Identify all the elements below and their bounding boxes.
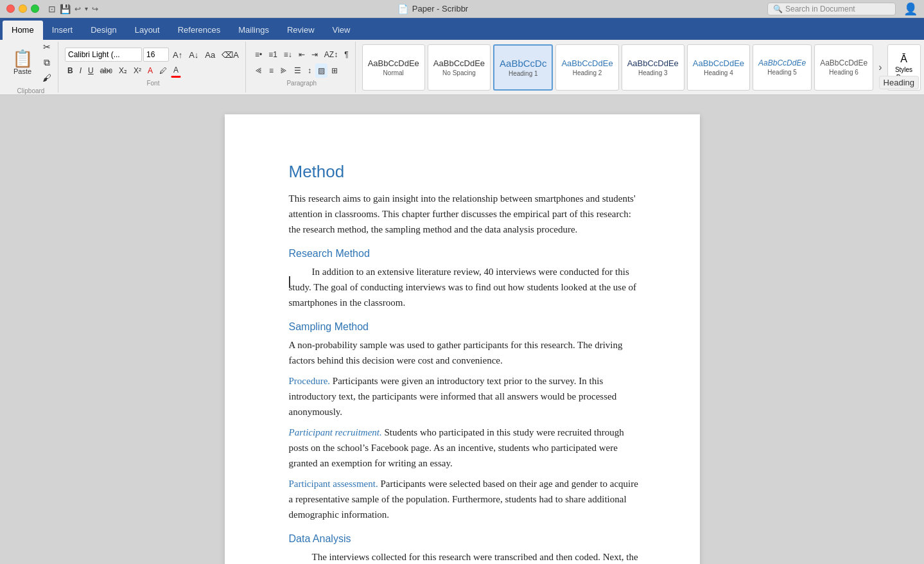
- style-heading5-preview: AaBbCcDdEe: [758, 58, 806, 67]
- undo-dropdown-icon[interactable]: ▾: [85, 5, 88, 12]
- style-heading6[interactable]: AaBbCcDdEe Heading 6: [814, 44, 873, 91]
- style-normal-label: Normal: [383, 69, 404, 76]
- font-grow-button[interactable]: A↑: [170, 48, 185, 62]
- style-normal[interactable]: AaBbCcDdEe Normal: [362, 44, 425, 91]
- subscript-button[interactable]: X₂: [116, 64, 130, 78]
- show-marks-button[interactable]: ¶: [342, 48, 351, 62]
- search-icon: 🔍: [773, 4, 783, 13]
- underline-button[interactable]: U: [85, 64, 96, 78]
- style-heading1[interactable]: AaBbCcDc Heading 1: [493, 44, 553, 91]
- maximize-button[interactable]: [31, 4, 39, 13]
- data-analysis-heading: Data Analysis: [289, 531, 642, 547]
- save-icon[interactable]: 💾: [60, 4, 71, 14]
- window-controls: ⊡ 💾 ↩ ▾ ↪: [6, 4, 98, 14]
- bold-button[interactable]: B: [65, 64, 76, 78]
- paste-icon: 📋: [12, 50, 33, 67]
- align-left-button[interactable]: ⫷: [252, 64, 265, 78]
- align-right-button[interactable]: ⫸: [277, 64, 290, 78]
- style-heading5-label: Heading 5: [767, 69, 797, 76]
- style-heading3[interactable]: AaBbCcDdEe Heading 3: [622, 44, 684, 91]
- clipboard-section: 📋 Paste ✂ ⧉ 🖌 Clipboard: [4, 42, 58, 93]
- tab-mailings[interactable]: Mailings: [229, 21, 278, 40]
- increase-indent-button[interactable]: ⇥: [309, 48, 320, 62]
- style-heading1-label: Heading 1: [509, 70, 538, 77]
- procedure-text: Participants were given an introductory …: [289, 376, 617, 417]
- multilevel-list-button[interactable]: ≡↓: [281, 48, 295, 62]
- title-bar: ⊡ 💾 ↩ ▾ ↪ 📄 Paper - Scribbr 🔍 Search in …: [0, 0, 924, 18]
- assessment-para: Participant assessment. Participants wer…: [289, 476, 642, 522]
- style-heading1-preview: AaBbCcDc: [500, 58, 546, 69]
- user-icon[interactable]: 👤: [903, 2, 918, 16]
- tab-view[interactable]: View: [324, 21, 360, 40]
- highlight-button[interactable]: 🖊: [157, 64, 170, 78]
- borders-button[interactable]: ⊞: [329, 64, 340, 78]
- sampling-method-para: A non-probability sample was used to gat…: [289, 337, 642, 368]
- text-color-button[interactable]: A: [171, 64, 181, 78]
- superscript-button[interactable]: X²: [131, 64, 144, 78]
- style-no-spacing[interactable]: AaBbCcDdEe No Spacing: [428, 44, 491, 91]
- italic-button[interactable]: I: [77, 64, 84, 78]
- clipboard-label: Clipboard: [17, 87, 45, 94]
- ribbon-tabs: Home Insert Design Layout References Mai…: [0, 18, 924, 40]
- font-family-selector[interactable]: Calibri Light (...: [65, 48, 142, 62]
- sampling-method-heading: Sampling Method: [289, 319, 642, 335]
- font-label: Font: [65, 80, 241, 87]
- justify-button[interactable]: ☰: [292, 64, 304, 78]
- font-color-button[interactable]: A: [145, 64, 155, 78]
- paragraph-label: Paragraph: [252, 80, 351, 87]
- format-painter-button[interactable]: 🖌: [40, 71, 54, 85]
- title-bar-right: 🔍 Search in Document 👤: [767, 2, 918, 16]
- tab-insert[interactable]: Insert: [43, 21, 82, 40]
- strikethrough-button[interactable]: abc: [98, 64, 115, 78]
- style-heading4-label: Heading 4: [704, 69, 733, 76]
- font-shrink-button[interactable]: A↓: [186, 48, 201, 62]
- font-section: Calibri Light (... 16 A↑ A↓ Aa ⌫A B I U …: [61, 42, 246, 93]
- para-row-2: ⫷ ≡ ⫸ ☰ ↕ ▨ ⊞: [252, 64, 351, 78]
- font-size-selector[interactable]: 16: [143, 48, 169, 62]
- search-label: Search in Document: [785, 4, 855, 13]
- style-heading6-preview: AaBbCcDdEe: [820, 58, 867, 67]
- cut-button[interactable]: ✂: [40, 40, 54, 54]
- minimize-button[interactable]: [19, 4, 27, 13]
- style-heading5[interactable]: AaBbCcDdEe Heading 5: [753, 44, 812, 91]
- copy-button[interactable]: ⧉: [40, 55, 54, 69]
- tab-layout[interactable]: Layout: [126, 21, 169, 40]
- styles-pane-icon: Ā: [900, 53, 907, 65]
- undo-icon[interactable]: ↩: [74, 4, 81, 13]
- paste-button[interactable]: 📋 Paste: [8, 40, 37, 85]
- decrease-indent-button[interactable]: ⇤: [296, 48, 308, 62]
- document-page[interactable]: Method This research aims to gain insigh…: [225, 114, 700, 564]
- ribbon-toolbar: 📋 Paste ✂ ⧉ 🖌 Clipboard Calibri Light (.…: [0, 40, 924, 95]
- style-heading2[interactable]: AaBbCcDdEe Heading 2: [555, 44, 618, 91]
- search-in-document[interactable]: 🔍 Search in Document: [767, 3, 896, 15]
- style-heading2-label: Heading 2: [573, 69, 602, 76]
- tab-review[interactable]: Review: [278, 21, 324, 40]
- redo-icon[interactable]: ↪: [92, 4, 98, 13]
- numbering-button[interactable]: ≡1: [266, 48, 280, 62]
- style-heading4-preview: AaBbCcDdEe: [693, 58, 744, 68]
- line-spacing-button[interactable]: ↕: [305, 64, 314, 78]
- paste-label: Paste: [13, 67, 31, 75]
- shading-button[interactable]: ▨: [315, 64, 327, 78]
- app-title: Paper - Scribbr: [412, 4, 468, 13]
- close-button[interactable]: [6, 4, 15, 13]
- tab-design[interactable]: Design: [82, 21, 125, 40]
- paste-group: 📋 Paste ✂ ⧉ 🖌: [8, 40, 54, 85]
- research-method-heading: Research Method: [289, 246, 642, 261]
- procedure-inline-heading: Procedure.: [289, 376, 331, 386]
- style-heading2-preview: AaBbCcDdEe: [561, 58, 613, 68]
- change-case-button[interactable]: Aa: [202, 48, 218, 62]
- bullets-button[interactable]: ≡•: [252, 48, 265, 62]
- clear-format-button[interactable]: ⌫A: [219, 48, 241, 62]
- recruitment-para: Participant recruitment. Students who pa…: [289, 425, 642, 471]
- styles-scroll-arrow[interactable]: ›: [876, 59, 884, 76]
- tab-home[interactable]: Home: [3, 21, 43, 40]
- align-center-button[interactable]: ≡: [266, 64, 276, 78]
- text-cursor: [289, 276, 290, 288]
- style-heading4[interactable]: AaBbCcDdEe Heading 4: [687, 44, 750, 91]
- recruitment-inline-heading: Participant recruitment.: [289, 427, 382, 437]
- toolbar-icon-1: ⊡: [48, 4, 56, 14]
- tab-references[interactable]: References: [169, 21, 229, 40]
- sort-button[interactable]: AZ↕: [322, 48, 340, 62]
- styles-section: AaBbCcDdEe Normal AaBbCcDdEe No Spacing …: [358, 42, 924, 93]
